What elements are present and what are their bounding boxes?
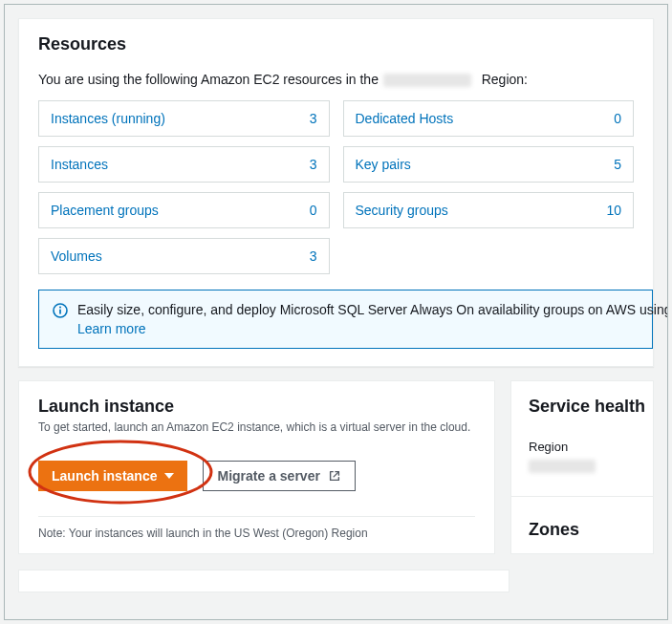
stat-label: Security groups (356, 203, 448, 218)
region-redacted (383, 74, 471, 87)
stat-label: Instances (running) (51, 111, 165, 126)
stat-label: Volumes (51, 248, 102, 264)
stat-instances[interactable]: Instances 3 (38, 146, 330, 183)
stat-label: Key pairs (356, 157, 411, 172)
launch-panel: Launch instance To get started, launch a… (18, 380, 495, 554)
health-title: Service health (529, 397, 636, 417)
stat-security-groups[interactable]: Security groups 10 (343, 192, 635, 228)
stat-value: 5 (614, 157, 621, 172)
launch-instance-button[interactable]: Launch instance (38, 461, 187, 491)
health-region-block: Region (529, 440, 636, 473)
stat-instances-running[interactable]: Instances (running) 3 (38, 100, 330, 137)
stat-volumes[interactable]: Volumes 3 (38, 238, 330, 274)
health-zones-label: Zones (529, 520, 636, 540)
launch-title: Launch instance (38, 397, 475, 417)
resources-body: You are using the following Amazon EC2 r… (19, 72, 653, 366)
external-link-icon (328, 469, 341, 483)
resources-intro: You are using the following Amazon EC2 r… (38, 72, 634, 87)
resources-title: Resources (38, 34, 634, 54)
intro-suffix: Region: (482, 72, 528, 87)
resources-header: Resources (19, 19, 653, 66)
info-banner: Easily size, configure, and deploy Micro… (38, 290, 653, 349)
stat-label: Instances (51, 157, 108, 172)
resources-col-right: Dedicated Hosts 0 Key pairs 5 Security g… (343, 100, 635, 274)
service-health-panel: Service health Region Zones (510, 380, 654, 554)
migrate-server-button[interactable]: Migrate a server (203, 461, 355, 491)
launch-subtitle: To get started, launch an Amazon EC2 ins… (38, 420, 475, 434)
resources-panel: Resources You are using the following Am… (18, 18, 654, 367)
stat-label: Dedicated Hosts (356, 111, 454, 126)
intro-prefix: You are using the following Amazon EC2 r… (38, 72, 379, 87)
ec2-dashboard: Resources You are using the following Am… (4, 4, 668, 620)
svg-point-1 (59, 307, 61, 309)
banner-text: Easily size, configure, and deploy Micro… (77, 302, 668, 317)
migrate-server-label: Migrate a server (217, 468, 319, 484)
stat-value: 0 (614, 111, 621, 126)
stat-value: 0 (310, 203, 317, 218)
launch-instance-label: Launch instance (52, 468, 157, 484)
below-row (18, 570, 654, 592)
health-region-redacted (529, 460, 596, 473)
stat-value: 10 (606, 203, 621, 218)
info-icon (53, 302, 68, 321)
info-text: Easily size, configure, and deploy Micro… (77, 302, 668, 336)
below-panel-stub (18, 570, 509, 592)
health-divider (511, 496, 653, 497)
stat-placement-groups[interactable]: Placement groups 0 (38, 192, 330, 228)
stat-label: Placement groups (51, 203, 159, 218)
caret-down-icon (164, 473, 174, 479)
resources-col-left: Instances (running) 3 Instances 3 Placem… (38, 100, 330, 274)
stat-dedicated-hosts[interactable]: Dedicated Hosts 0 (343, 100, 635, 137)
svg-rect-2 (59, 310, 61, 314)
launch-note: Note: Your instances will launch in the … (38, 516, 475, 540)
launch-health-row: Launch instance To get started, launch a… (18, 380, 654, 554)
health-region-label: Region (529, 440, 636, 454)
stat-key-pairs[interactable]: Key pairs 5 (343, 146, 635, 183)
launch-buttons: Launch instance Migrate a server (38, 461, 475, 491)
stat-value: 3 (310, 157, 317, 172)
stat-value: 3 (310, 111, 317, 126)
learn-more-link[interactable]: Learn more (77, 321, 668, 336)
resources-grid: Instances (running) 3 Instances 3 Placem… (38, 100, 634, 274)
stat-value: 3 (310, 248, 317, 264)
